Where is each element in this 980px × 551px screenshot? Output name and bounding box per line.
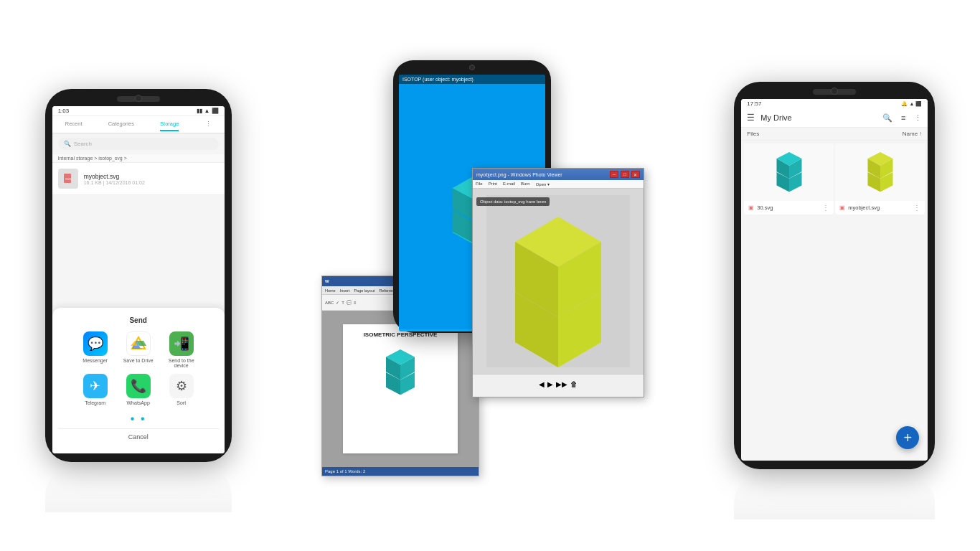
whatsapp-icon: 📞 [126,374,151,398]
whatsapp-label: WhatsApp [127,400,150,405]
tab-insert[interactable]: Insert [340,288,350,293]
share-app-drive[interactable]: Save to Drive [120,331,157,368]
gdrive-file2-name: myobject.svg [848,204,910,211]
more-icon[interactable]: ⋮ [205,121,212,131]
photo-viewer-nav[interactable]: ◀ ▶ ▶▶ 🗑 [473,374,644,394]
gdrive-thumbnail-2 [835,143,925,201]
left-phone-container: 1:03 ▮▮ ▲ ⬛ Recent Categories Storage ⋮ … [45,89,232,462]
tab-categories[interactable]: Categories [108,121,134,131]
file-icon: SVG [58,169,78,189]
file1-type-icon: ▣ [748,204,754,211]
search-label: Search [74,141,92,147]
camera-dot [135,95,142,102]
menu-burn[interactable]: Burn [521,182,530,187]
gdrive-status-icons: 🔔 ▲ ⬛ [901,101,922,107]
share-app-messenger[interactable]: 💬 Messenger [77,331,114,368]
fab-add-button[interactable]: + [896,426,919,449]
gdrive-search-icon[interactable]: 🔍 [882,113,892,123]
share-app-telegram[interactable]: ✈ Telegram [77,374,114,405]
search-bar[interactable]: 🔍 Search [58,138,219,150]
file2-preview [855,147,905,197]
close-button[interactable]: ✕ [631,171,640,178]
share-app-sort[interactable]: ⚙ Sort [163,374,200,405]
photo-viewer-title: myobject.png - Windows Photo Viewer [476,172,562,177]
tab-storage[interactable]: Storage [160,121,179,131]
drive-icon [126,331,151,356]
gdrive-file-card-2[interactable]: ▣ myobject.svg ⋮ [835,143,925,215]
menu-print[interactable]: Print [489,182,497,187]
window-controls[interactable]: ─ □ ✕ [610,171,640,178]
minimize-button[interactable]: ─ [610,171,618,178]
right-phone: 17:57 🔔 ▲ ⬛ ☰ My Drive 🔍 ≡ ⋮ Files Name … [734,82,935,469]
file2-more-icon[interactable]: ⋮ [913,204,920,212]
files-label: Files [747,131,759,137]
right-phone-container: 17:57 🔔 ▲ ⬛ ☰ My Drive 🔍 ≡ ⋮ Files Name … [734,82,935,469]
file-details: myobject.svg 16.1 KB | 14/12/2016 01:02 [84,173,145,185]
cancel-button[interactable]: Cancel [58,428,219,445]
share-sheet: Send 💬 Messenger [52,308,225,453]
maximize-button[interactable]: □ [621,171,629,178]
play-button[interactable]: ▶ [547,380,553,388]
gdrive-more-icon[interactable]: ⋮ [914,113,922,123]
left-phone: 1:03 ▮▮ ▲ ⬛ Recent Categories Storage ⋮ … [45,89,232,462]
file-item[interactable]: SVG myobject.svg 16.1 KB | 14/12/2016 01… [52,163,225,195]
photo-viewer-image [486,195,630,367]
breadcrumb: Internal storage > isotop_svg > [52,154,225,163]
send-device-label: Send to the device [163,358,200,368]
gdrive-file1-info: ▣ 30.svg ⋮ [744,201,834,215]
toolbar-spelling[interactable]: ABC [325,301,334,305]
delete-icon[interactable]: 🗑 [570,380,578,388]
word-logo: W [325,279,329,283]
tab-page-layout[interactable]: Page layout [354,288,374,293]
menu-open[interactable]: Open ▾ [536,182,550,187]
toolbar-proofing[interactable]: ✓ [336,300,339,305]
send-device-icon: 📲 [169,331,194,356]
word-page: ISOMETRIC PERSPECTIVE [343,324,458,453]
photo-viewer-window: myobject.png - Windows Photo Viewer ─ □ … [472,168,644,397]
next-button[interactable]: ▶▶ [556,380,567,388]
file1-more-icon[interactable]: ⋮ [822,204,829,212]
file2-type-icon: ▣ [839,204,845,211]
sort-label: Sort [176,400,186,405]
svg-text:SVG: SVG [65,177,71,181]
share-app-send-device[interactable]: 📲 Send to the device [163,331,200,368]
menu-file[interactable]: File [476,182,483,187]
tab-recent[interactable]: Recent [65,121,83,131]
right-camera-dot [831,88,838,95]
messenger-icon: 💬 [83,331,108,356]
left-phone-reflection [45,469,232,512]
left-phone-screen: 1:03 ▮▮ ▲ ⬛ Recent Categories Storage ⋮ … [52,106,225,453]
tab-home[interactable]: Home [325,288,336,293]
gdrive-time: 17:57 [747,100,761,107]
sort-icon: ⚙ [169,374,194,398]
gdrive-file1-name: 30.svg [757,204,819,211]
gdrive-topbar: ☰ My Drive 🔍 ≡ ⋮ [741,108,928,128]
name-sort[interactable]: Name ↑ [903,131,923,137]
gdrive-files-grid: ▣ 30.svg ⋮ [741,141,928,217]
menu-email[interactable]: E-mail [503,182,515,187]
right-phone-screen: 17:57 🔔 ▲ ⬛ ☰ My Drive 🔍 ≡ ⋮ Files Name … [741,99,928,461]
gdrive-file-card-1[interactable]: ▣ 30.svg ⋮ [744,143,834,215]
photo-viewer-titlebar: myobject.png - Windows Photo Viewer ─ □ … [473,169,644,180]
gdrive-list-icon[interactable]: ≡ [901,113,905,122]
status-icons: ▮▮ ▲ ⬛ [197,108,218,114]
gdrive-thumbnail-1 [744,143,834,201]
statusbar: 1:03 ▮▮ ▲ ⬛ [52,106,225,116]
prev-button[interactable]: ◀ [539,380,545,388]
messenger-label: Messenger [83,358,108,363]
gdrive-menu-icon[interactable]: ☰ [747,113,755,123]
toolbar-comment[interactable]: 💬 [347,300,352,305]
toolbar-tracking[interactable]: ≡ [354,301,357,305]
search-icon: 🔍 [64,141,71,147]
right-phone-reflection [734,476,935,519]
gdrive-statusbar: 17:57 🔔 ▲ ⬛ [741,99,928,108]
share-app-whatsapp[interactable]: 📞 WhatsApp [120,374,157,405]
file-name: myobject.svg [84,173,145,180]
notification-banner: Object data: isotop_svg have been [476,197,550,206]
drive-label: Save to Drive [123,358,154,363]
file1-preview [764,147,814,197]
share-apps-grid: 💬 Messenger [58,331,219,405]
toolbar-translate[interactable]: T [341,301,344,305]
telegram-icon: ✈ [83,374,108,398]
file-meta: 16.1 KB | 14/12/2016 01:02 [84,180,145,185]
